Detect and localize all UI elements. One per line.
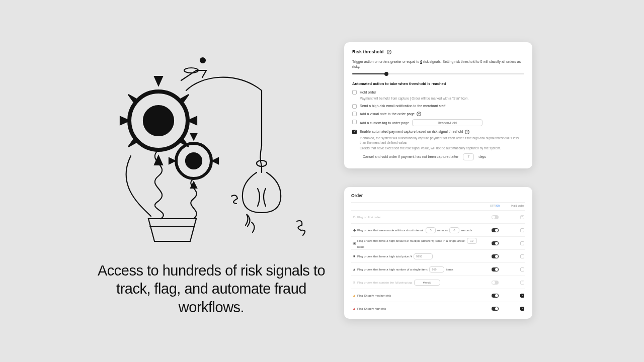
row-icon: ■ <box>351 254 357 258</box>
table-row: ▣Flag orders that have a high amount of … <box>351 236 525 249</box>
days-input[interactable] <box>463 153 474 160</box>
option-email-notification[interactable]: Send a high-risk email notification to t… <box>352 104 524 109</box>
row-icon: ▲ <box>351 267 357 271</box>
threshold-slider[interactable] <box>352 73 524 74</box>
hold-checkbox[interactable] <box>520 215 524 219</box>
order-card: Order OFF | ON Hold order ⊘Flag on first… <box>344 187 532 319</box>
row-value2-input[interactable] <box>449 227 459 233</box>
table-row: #Flag orders that contain the following … <box>351 276 525 289</box>
cancel-void-pre: Cancel and void order if payment has not… <box>363 155 458 158</box>
checkbox-checked[interactable] <box>352 130 357 134</box>
toggle[interactable] <box>492 267 499 272</box>
row-value-input[interactable] <box>429 266 444 273</box>
row-icon: ▲ <box>351 294 357 297</box>
toggle[interactable] <box>492 228 499 232</box>
row-text: Flag Shopify medium risk <box>357 294 485 297</box>
hold-checkbox[interactable] <box>520 254 524 258</box>
table-row: ◆Flag orders that were made within a sho… <box>351 223 525 236</box>
order-title: Order <box>351 193 525 198</box>
svg-point-5 <box>200 58 205 63</box>
row-icon: ▲ <box>351 307 357 310</box>
table-row: ■Flag orders that have a high total pric… <box>351 249 525 262</box>
column-off-on: OFF | ON <box>485 204 505 207</box>
row-value-input[interactable] <box>467 238 477 244</box>
option-custom-tag[interactable]: Add a custom tag to order page <box>352 119 524 126</box>
info-icon[interactable]: ? <box>387 50 391 54</box>
risk-threshold-title: Risk threshold ? <box>352 49 524 54</box>
risk-threshold-title-text: Risk threshold <box>352 49 384 54</box>
checkbox[interactable] <box>352 104 357 109</box>
row-icon: ▣ <box>351 241 357 245</box>
hold-order-label: Hold order <box>360 90 376 95</box>
hold-checkbox[interactable] <box>520 228 524 232</box>
row-icon: ◆ <box>351 228 357 232</box>
svg-point-1 <box>143 106 174 136</box>
hold-checkbox[interactable] <box>520 241 524 245</box>
row-value-input[interactable] <box>414 253 433 259</box>
option-auto-capture[interactable]: Enable automated payment capture based o… <box>352 129 524 134</box>
hold-order-sub: Payment will be held from capture | Orde… <box>360 96 524 101</box>
hero-illustration <box>111 55 312 251</box>
checkbox[interactable] <box>352 112 357 116</box>
table-row: ▲Flag Shopify high risk <box>351 302 525 315</box>
option-visual-note[interactable]: Add a visual note to the order page ? <box>352 112 524 117</box>
table-row: ▲Flag Shopify medium risk <box>351 289 525 302</box>
row-text: Flag Shopify high risk <box>357 307 485 310</box>
row-text: Flag orders that have a high total price… <box>357 253 485 259</box>
hold-checkbox[interactable] <box>520 294 524 298</box>
row-value-input[interactable] <box>426 227 436 233</box>
automated-action-heading: Automated action to take when threshold … <box>352 81 524 86</box>
row-text: Flag orders that were made within a shor… <box>357 227 485 233</box>
table-row: ⊘Flag on first order <box>351 210 525 223</box>
info-icon[interactable]: ? <box>417 112 421 116</box>
auto-capture-sub2: Orders that have exceeded the risk signa… <box>360 146 524 150</box>
cancel-void-post: days <box>478 155 486 158</box>
checkbox[interactable] <box>352 90 357 95</box>
hold-checkbox[interactable] <box>520 267 524 272</box>
slider-handle[interactable] <box>384 72 388 76</box>
row-icon: # <box>351 281 357 284</box>
toggle[interactable] <box>492 215 499 219</box>
checkbox[interactable] <box>352 120 357 124</box>
row-text: Flag orders that contain the following t… <box>357 280 485 286</box>
threshold-description: Trigger action on orders greater or equa… <box>352 59 524 69</box>
table-row: ▲Flag orders that have a high number of … <box>351 262 525 276</box>
hero-text: Access to hundreds of risk signals to tr… <box>93 261 330 316</box>
custom-tag-input[interactable] <box>412 119 482 126</box>
svg-point-3 <box>186 153 202 169</box>
toggle[interactable] <box>492 241 499 245</box>
toggle[interactable] <box>492 254 499 258</box>
email-label: Send a high-risk email notification to t… <box>360 104 445 108</box>
option-cancel-void[interactable]: Cancel and void order if payment has not… <box>360 153 524 160</box>
auto-capture-sub1: If enabled, the system will automaticall… <box>360 136 524 145</box>
order-table-head: OFF | ON Hold order <box>351 202 525 210</box>
hold-checkbox[interactable] <box>520 307 524 311</box>
toggle[interactable] <box>492 294 499 298</box>
risk-threshold-card: Risk threshold ? Trigger action on order… <box>344 42 532 168</box>
info-icon[interactable]: ? <box>465 130 469 134</box>
toggle[interactable] <box>492 307 499 311</box>
auto-capture-label: Enable automated payment capture based o… <box>360 129 469 134</box>
option-hold-order[interactable]: Hold order <box>352 90 524 95</box>
column-hold-order: Hold order <box>505 204 525 207</box>
hold-checkbox[interactable] <box>520 281 524 285</box>
row-text: Flag on first order <box>357 216 485 219</box>
row-text: Flag orders that have a high number of a… <box>357 266 485 273</box>
toggle[interactable] <box>492 281 499 285</box>
visual-note-label: Add a visual note to the order page ? <box>360 112 421 117</box>
custom-tag-label: Add a custom tag to order page <box>360 119 482 126</box>
row-text: Flag orders that have a high amount of m… <box>357 238 485 248</box>
row-icon: ⊘ <box>351 215 357 219</box>
row-tag-input[interactable] <box>414 280 440 286</box>
